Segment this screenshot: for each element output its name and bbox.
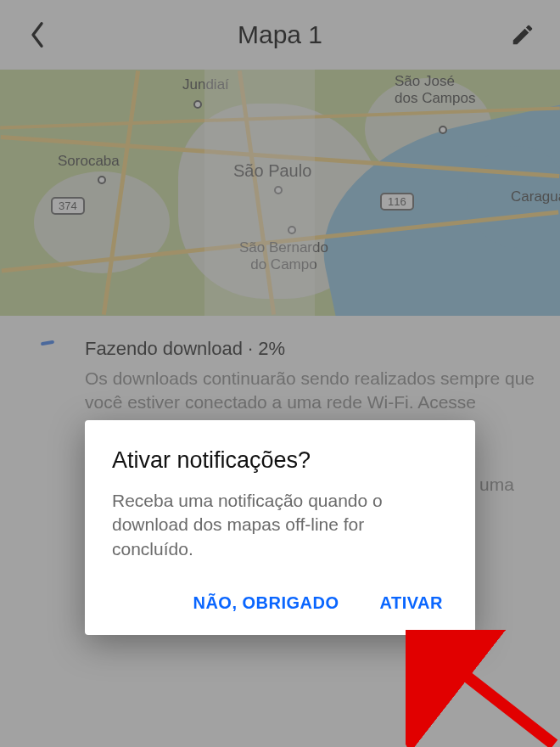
dialog-body: Receba uma notificação quando o download… <box>112 489 448 561</box>
dialog-title: Ativar notificações? <box>112 447 448 474</box>
dialog-decline-button[interactable]: NÃO, OBRIGADO <box>193 593 339 613</box>
screen: Mapa 1 374 116 Jundiaí São José dos Camp… <box>0 0 560 747</box>
dialog-accept-button[interactable]: ATIVAR <box>380 593 443 613</box>
notifications-dialog: Ativar notificações? Receba uma notifica… <box>85 420 475 635</box>
dialog-actions: NÃO, OBRIGADO ATIVAR <box>112 593 448 618</box>
